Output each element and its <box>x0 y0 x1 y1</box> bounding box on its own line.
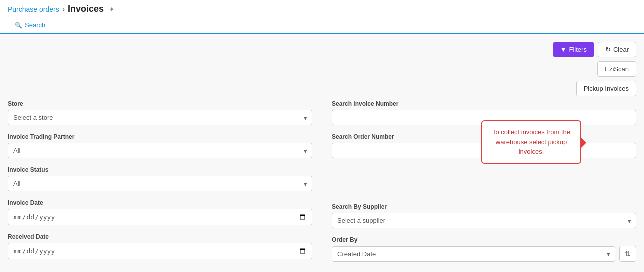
search-by-supplier-label: Search By Supplier <box>332 204 636 210</box>
tooltip-box: To collect invoices from the warehouse s… <box>481 120 581 164</box>
invoice-trading-partner-group: Invoice Trading Partner All <box>8 134 312 158</box>
main-content: ▼ Filters ↻ Clear EziScan Pickup Invoice… <box>0 34 644 272</box>
eziscan-button[interactable]: EziScan <box>597 62 636 77</box>
header-area: ▼ Filters ↻ Clear EziScan Pickup Invoice… <box>8 42 636 96</box>
clear-button[interactable]: ↻ Clear <box>598 42 636 58</box>
tab-bar: 🔍 Search <box>8 18 636 33</box>
pin-icon[interactable]: ✦ <box>109 6 115 14</box>
invoice-trading-partner-label: Invoice Trading Partner <box>8 134 312 140</box>
tab-search[interactable]: 🔍 Search <box>8 18 52 34</box>
search-by-supplier-group: Search By Supplier Select a supplier <box>332 204 636 228</box>
search-invoice-number-label: Search Invoice Number <box>332 100 636 108</box>
filters-button[interactable]: ▼ Filters <box>553 42 594 58</box>
invoice-date-input[interactable] <box>8 209 312 226</box>
store-select[interactable]: Select a store <box>8 110 312 126</box>
search-icon: 🔍 <box>15 22 22 29</box>
invoice-trading-partner-select[interactable]: All <box>8 143 312 158</box>
received-date-group: Received Date <box>8 234 312 260</box>
invoice-status-select[interactable]: All <box>8 176 312 192</box>
invoice-date-label: Invoice Date <box>8 200 312 206</box>
tab-search-label: Search <box>25 22 45 29</box>
invoice-status-group: Invoice Status All <box>8 166 312 192</box>
received-date-input[interactable] <box>8 243 312 260</box>
invoice-status-label: Invoice Status <box>8 166 312 174</box>
order-by-select[interactable]: Created Date <box>332 246 615 262</box>
order-by-group: Order By Created Date ⇅ <box>332 236 636 262</box>
pickup-invoices-button[interactable]: Pickup Invoices <box>576 81 636 96</box>
invoice-date-group: Invoice Date <box>8 200 312 226</box>
tooltip-text: To collect invoices from the warehouse s… <box>492 128 570 156</box>
store-label: Store <box>8 100 312 108</box>
breadcrumb-current: Invoices <box>68 4 104 14</box>
breadcrumb: Purchase orders › Invoices ✦ <box>8 4 636 18</box>
breadcrumb-parent[interactable]: Purchase orders <box>8 6 59 14</box>
received-date-label: Received Date <box>8 234 312 240</box>
filter-icon: ▼ <box>560 46 567 54</box>
breadcrumb-separator: › <box>62 5 65 14</box>
sort-icon: ⇅ <box>625 250 631 258</box>
top-bar: Purchase orders › Invoices ✦ 🔍 Search <box>0 0 644 34</box>
search-by-supplier-select[interactable]: Select a supplier <box>332 213 636 228</box>
side-buttons: ▼ Filters ↻ Clear EziScan Pickup Invoice… <box>553 42 636 96</box>
sort-direction-button[interactable]: ⇅ <box>619 246 636 262</box>
order-by-label: Order By <box>332 236 636 244</box>
refresh-icon: ↻ <box>605 46 611 54</box>
store-group: Store Select a store <box>8 100 312 126</box>
